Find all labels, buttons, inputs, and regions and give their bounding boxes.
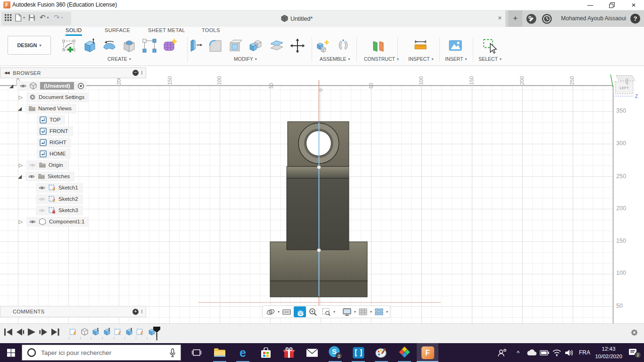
group-modify[interactable]: MODIFY ▾ — [234, 56, 257, 62]
timeline-position-marker[interactable] — [153, 326, 161, 343]
timeline-feature-component[interactable] — [80, 328, 89, 337]
file-menu-button[interactable]: ▾ — [15, 13, 25, 22]
pan-button[interactable] — [294, 306, 306, 317]
move-button[interactable] — [289, 38, 305, 54]
group-inspect[interactable]: INSPECT ▾ — [408, 56, 434, 62]
language-indicator[interactable]: FRA — [579, 349, 590, 356]
chevron-down-icon[interactable]: ▾ — [333, 310, 335, 314]
grid-snap-button[interactable] — [357, 306, 369, 317]
taskbar-file-explorer[interactable] — [209, 343, 231, 362]
model-viewport[interactable]: LEFT TOP Z — [0, 66, 644, 323]
drag-handle-icon[interactable]: ‖ — [141, 309, 143, 314]
chevron-down-icon[interactable]: ▾ — [386, 310, 388, 314]
browser-row-root[interactable]: ◢ (Unsaved) — [8, 81, 86, 91]
document-tab[interactable]: Untitled* — [290, 16, 313, 22]
job-status-button[interactable] — [526, 14, 537, 26]
taskbar-fusion-360[interactable]: F — [417, 343, 438, 362]
timeline-feature-sketch[interactable] — [136, 328, 145, 337]
joint-button[interactable] — [335, 38, 351, 54]
start-button[interactable] — [0, 343, 22, 362]
model-column[interactable] — [287, 178, 349, 250]
eye-off-icon[interactable] — [39, 208, 45, 213]
new-component-button[interactable] — [315, 38, 331, 54]
group-insert[interactable]: INSERT ▾ — [445, 56, 467, 62]
tab-surface[interactable]: SURFACE — [105, 27, 130, 36]
chevron-down-icon[interactable]: ▾ — [354, 310, 356, 314]
drag-handle-icon[interactable]: ‖ — [141, 70, 143, 75]
timeline-settings-button[interactable] — [630, 329, 638, 338]
eye-icon[interactable] — [29, 220, 36, 224]
collapse-icon[interactable]: ▷ — [18, 162, 24, 168]
user-account-button[interactable]: Mohamed Ayoub Aissaoui — [561, 15, 626, 22]
browser-collapse-button[interactable]: − — [132, 70, 139, 76]
collapse-panel-icon[interactable]: ◀◀ — [4, 71, 9, 75]
eye-off-icon[interactable] — [39, 197, 45, 201]
taskbar-fresh-paint[interactable] — [394, 343, 415, 362]
tab-close-button[interactable]: × — [495, 14, 504, 22]
search-input[interactable] — [40, 349, 165, 357]
chevron-down-icon[interactable]: ▾ — [370, 310, 372, 314]
app-grid-button[interactable] — [5, 13, 12, 22]
taskbar-paint[interactable] — [371, 343, 392, 362]
minimize-button[interactable]: — — [580, 0, 601, 10]
timeline-go-to-end-button[interactable] — [50, 328, 60, 336]
zoom-button[interactable] — [307, 306, 319, 317]
tab-tools[interactable]: TOOLS — [202, 27, 220, 36]
taskbar-gift-offers[interactable] — [278, 343, 300, 362]
hole-button[interactable] — [121, 38, 137, 54]
browser-row-sketch1[interactable]: Sketch1 — [36, 182, 83, 193]
look-at-button[interactable] — [281, 306, 293, 317]
timeline-feature-extrude[interactable] — [91, 328, 100, 337]
close-button[interactable]: ✕ — [623, 0, 644, 10]
sketch-point[interactable] — [317, 248, 321, 252]
new-tab-button[interactable]: + — [508, 10, 522, 27]
viewports-button[interactable] — [373, 306, 385, 317]
browser-row-origin[interactable]: ▷ Origin — [18, 160, 68, 170]
chevron-down-icon[interactable]: ▾ — [278, 310, 280, 314]
view-cube[interactable]: LEFT TOP Z — [611, 74, 638, 99]
create-sketch-button[interactable] — [61, 38, 77, 54]
taskbar-store[interactable] — [255, 343, 277, 362]
sketch-point[interactable] — [317, 165, 321, 169]
tab-solid[interactable]: SOLID — [66, 27, 82, 36]
extrude-button[interactable] — [82, 38, 98, 54]
browser-row-document-settings[interactable]: ▷ Document Settings — [18, 92, 89, 102]
eye-icon[interactable] — [20, 84, 26, 88]
eye-icon[interactable] — [39, 186, 45, 190]
timeline-go-to-start-button[interactable] — [4, 328, 13, 336]
combine-button[interactable] — [248, 38, 264, 54]
timeline-feature-sketch[interactable] — [69, 328, 78, 337]
task-view-button[interactable] — [186, 343, 207, 362]
browser-row-sketches[interactable]: ◢ Sketches — [17, 171, 74, 181]
collapse-icon[interactable]: ▷ — [18, 219, 24, 225]
taskbar-clock[interactable]: 12:43 10/02/2020 — [593, 345, 624, 360]
browser-row-view-home[interactable]: HOME — [37, 148, 71, 159]
display-settings-button[interactable] — [341, 306, 353, 317]
expand-icon[interactable]: ◢ — [17, 173, 23, 180]
timeline-feature-extrude[interactable] — [124, 328, 133, 337]
browser-row-view-top[interactable]: TOP — [37, 115, 65, 125]
taskbar-mail[interactable] — [301, 343, 323, 362]
browser-row-sketch2[interactable]: Sketch2 — [36, 194, 83, 204]
create-form-button[interactable] — [162, 38, 178, 54]
undo-button[interactable]: ↶ ▾ — [40, 13, 49, 22]
insert-canvas-button[interactable] — [447, 38, 463, 54]
activate-radio-icon[interactable] — [77, 82, 84, 90]
redo-button[interactable]: ↷ ▾ — [54, 13, 63, 22]
press-pull-button[interactable] — [187, 38, 203, 54]
eye-off-icon[interactable] — [29, 163, 36, 167]
viewport-canvas[interactable]: LEFT TOP Z 300 200 150 100 50 0 50 100 1… — [0, 66, 644, 323]
browser-row-sketch3[interactable]: Sketch3 — [36, 205, 83, 215]
tray-expand-button[interactable]: ^ — [511, 343, 525, 362]
help-button[interactable]: ? — [630, 14, 640, 24]
add-comment-button[interactable]: + — [132, 309, 139, 315]
eye-icon[interactable] — [28, 174, 35, 179]
tab-sheet-metal[interactable]: SHEET METAL — [148, 27, 185, 36]
comments-bar[interactable]: COMMENTS + ‖ — [0, 306, 146, 317]
browser-row-view-front[interactable]: FRONT — [37, 126, 73, 136]
workspace-selector[interactable]: DESIGN ▾ — [8, 36, 51, 55]
browser-row-component[interactable]: ▷ Component1:1 — [18, 216, 89, 227]
measure-button[interactable] — [413, 38, 429, 54]
revolve-button[interactable] — [101, 38, 117, 54]
volume-icon[interactable] — [562, 343, 576, 362]
